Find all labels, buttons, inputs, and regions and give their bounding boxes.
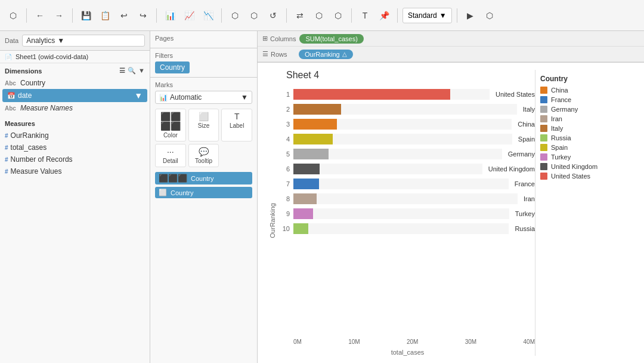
back-btn[interactable]: ← xyxy=(32,7,48,24)
marks-chip-detail-country[interactable]: ⬜ Country xyxy=(155,187,252,198)
legend-item[interactable]: United Kingdom xyxy=(540,163,634,170)
marks-detail-btn[interactable]: ··· Detail xyxy=(155,144,186,167)
filter-country-chip[interactable]: Country xyxy=(155,61,190,73)
fullscreen-btn[interactable]: ⬡ xyxy=(481,7,498,24)
data-label: Data xyxy=(5,37,18,44)
bar-outer[interactable] xyxy=(293,223,509,234)
bar-label: Turkey xyxy=(515,210,535,217)
marks-color-btn[interactable]: ⬛⬛⬛⬛ Color xyxy=(155,109,186,141)
text-btn[interactable]: T xyxy=(357,7,373,24)
bar-outer[interactable] xyxy=(293,149,502,159)
country-name: Country xyxy=(20,79,45,87)
chart3-btn[interactable]: 📉 xyxy=(200,7,216,24)
bar-fill xyxy=(293,149,329,159)
bar-fill xyxy=(293,179,319,189)
bar-outer[interactable] xyxy=(293,134,512,144)
rows-pill[interactable]: OurRanking △ xyxy=(299,50,353,59)
chart-body: OurRanking 1 United States 2 Italy 3 xyxy=(262,85,535,356)
legend-item[interactable]: Turkey xyxy=(540,153,634,161)
bar-outer[interactable] xyxy=(293,193,518,204)
legend-item[interactable]: Iran xyxy=(540,115,634,122)
pin-btn[interactable]: 📌 xyxy=(376,7,392,24)
forward-btn[interactable]: → xyxy=(51,7,67,24)
marks-size-btn[interactable]: ⬜ Size xyxy=(188,109,219,141)
bar-rank: 6 xyxy=(280,165,290,173)
legend-item[interactable]: Italy xyxy=(540,125,634,132)
connect-btn[interactable]: ⬡ xyxy=(227,7,243,24)
dimensions-list-btn[interactable]: ☰ xyxy=(119,67,125,75)
dimensions-expand-btn[interactable]: ▼ xyxy=(138,67,145,75)
analytics-dropdown[interactable]: Analytics ▼ xyxy=(22,35,145,47)
legend-item[interactable]: France xyxy=(540,96,634,103)
sidebar: Data Analytics ▼ 📄 Sheet1 (owid-covid-da… xyxy=(0,31,150,363)
divider-3 xyxy=(156,8,157,23)
sidebar-header: Data Analytics ▼ xyxy=(0,31,150,51)
dimension-date[interactable]: 📅 date ▼ xyxy=(2,89,147,102)
sort-btn[interactable]: ⬡ xyxy=(311,7,327,24)
rows-pill-delta: △ xyxy=(342,51,347,57)
save-as-btn[interactable]: 📋 xyxy=(97,7,113,24)
fit-btn[interactable]: ⬡ xyxy=(330,7,346,24)
measure-measure-values[interactable]: # Measure Values xyxy=(0,165,150,177)
dimensions-section-title: Dimensions ☰ 🔍 ▼ xyxy=(0,63,150,77)
legend-items: China France Germany Iran Italy Russia S… xyxy=(540,87,634,180)
marks-grid: ⬛⬛⬛⬛ Color ⬜ Size T Label ··· Detail 💬 xyxy=(155,109,252,167)
sheet-label: 📄 Sheet1 (owid-covid-data) xyxy=(0,51,150,63)
marks-type-dropdown[interactable]: 📊 Automatic ▼ xyxy=(155,91,252,104)
bar-rank: 4 xyxy=(280,136,290,143)
chip-detail-label: Country xyxy=(171,189,194,196)
bar-fill xyxy=(293,208,313,219)
detail-label: Detail xyxy=(163,158,178,164)
dimension-measure-names[interactable]: Abc Measure Names xyxy=(0,102,150,114)
bar-outer[interactable] xyxy=(293,164,482,174)
bar-outer[interactable] xyxy=(293,208,509,219)
measure-total-cases[interactable]: # total_cases xyxy=(0,141,150,153)
chart2-btn[interactable]: 📈 xyxy=(181,7,197,24)
refresh-btn[interactable]: ↺ xyxy=(265,7,281,24)
detail-icon: ··· xyxy=(167,147,174,156)
marks-tooltip-btn[interactable]: 💬 Tooltip xyxy=(188,144,219,167)
legend-item[interactable]: Russia xyxy=(540,134,634,141)
present-btn[interactable]: ▶ xyxy=(462,7,479,24)
bar-outer[interactable] xyxy=(293,104,517,115)
undo-btn[interactable]: ↩ xyxy=(116,7,132,24)
bar-label: Russia xyxy=(515,225,535,232)
bar-row: 10 Russia xyxy=(280,222,535,235)
middle-panel: Pages Filters Country Marks 📊 Automatic … xyxy=(150,31,258,363)
bar-label: United Kingdom xyxy=(488,165,535,173)
divider-2 xyxy=(72,8,73,23)
dimensions-search-btn[interactable]: 🔍 xyxy=(128,67,136,75)
legend-swatch xyxy=(540,163,547,170)
measure-number-of-records[interactable]: # Number of Records xyxy=(0,153,150,165)
legend-item[interactable]: Germany xyxy=(540,106,634,113)
columns-pill[interactable]: SUM(total_cases) xyxy=(299,34,363,44)
measurevalues-name: Measure Values xyxy=(11,167,62,176)
x-axis-title: total_cases xyxy=(280,349,535,356)
legend-item[interactable]: China xyxy=(540,87,634,94)
save-btn[interactable]: 💾 xyxy=(78,7,94,24)
marks-chip-color-country[interactable]: ⬛⬛⬛ Country xyxy=(155,172,252,184)
bar-label: Germany xyxy=(508,150,535,158)
legend-swatch xyxy=(540,144,547,151)
extract-btn[interactable]: ⬡ xyxy=(246,7,262,24)
x-axis-tick: 30M xyxy=(465,339,476,345)
tableau-logo-btn[interactable]: ⬡ xyxy=(5,7,21,24)
bar-outer[interactable] xyxy=(293,89,490,100)
rows-pill-label: OurRanking xyxy=(305,51,340,58)
bar-outer[interactable] xyxy=(293,179,509,189)
chart-btn[interactable]: 📊 xyxy=(162,7,178,24)
view-dropdown[interactable]: Standard ▼ xyxy=(402,8,452,23)
legend-label: France xyxy=(551,96,571,103)
bar-outer[interactable] xyxy=(293,119,512,130)
bar-rank: 1 xyxy=(280,91,290,98)
legend-panel: Country China France Germany Iran Italy … xyxy=(535,70,639,356)
dimension-country[interactable]: Abc Country xyxy=(0,77,150,89)
measure-ourranking[interactable]: # OurRanking xyxy=(0,130,150,141)
legend-item[interactable]: Spain xyxy=(540,144,634,151)
marks-label-btn[interactable]: T Label xyxy=(221,109,252,141)
legend-item[interactable]: United States xyxy=(540,173,634,180)
swap-btn[interactable]: ⇄ xyxy=(292,7,308,24)
y-axis-label: OurRanking xyxy=(267,203,276,238)
redo-btn[interactable]: ↪ xyxy=(135,7,151,24)
columns-pill-label: SUM(total_cases) xyxy=(305,35,357,42)
